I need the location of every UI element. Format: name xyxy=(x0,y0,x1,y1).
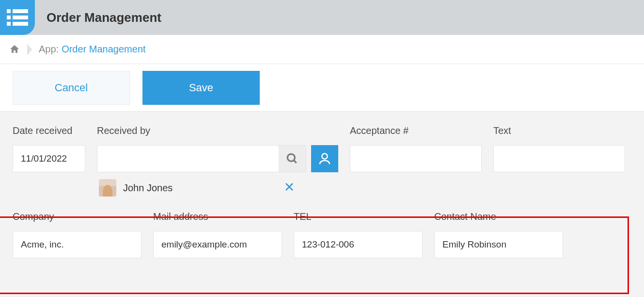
remove-user-button[interactable] xyxy=(282,182,297,194)
svg-line-7 xyxy=(294,160,296,163)
avatar xyxy=(99,179,116,197)
svg-rect-5 xyxy=(13,22,28,26)
form-area: Date received Received by xyxy=(0,112,644,297)
search-icon xyxy=(286,152,298,165)
user-picker-button[interactable] xyxy=(311,145,338,172)
svg-rect-3 xyxy=(13,16,28,19)
app-header: Order Management xyxy=(0,0,644,35)
received-by-search-button[interactable] xyxy=(279,146,306,172)
acceptance-label: Acceptance # xyxy=(350,125,482,136)
text-input[interactable] xyxy=(493,145,625,172)
company-input[interactable] xyxy=(13,231,141,258)
company-label: Company xyxy=(13,211,141,222)
breadcrumb-app-label: App: xyxy=(39,44,59,55)
date-received-label: Date received xyxy=(13,125,85,136)
mail-label: Mail address xyxy=(153,211,282,222)
selected-user-name: John Jones xyxy=(123,182,282,194)
text-label: Text xyxy=(493,125,625,136)
breadcrumb-chevron-icon xyxy=(27,44,32,55)
svg-rect-1 xyxy=(13,9,28,13)
acceptance-input[interactable] xyxy=(350,145,482,172)
svg-rect-4 xyxy=(7,22,11,26)
cancel-button[interactable]: Cancel xyxy=(13,71,130,105)
contact-input[interactable] xyxy=(434,231,563,258)
svg-rect-2 xyxy=(7,16,11,19)
mail-input[interactable] xyxy=(153,231,282,258)
user-icon xyxy=(317,151,332,166)
save-button[interactable]: Save xyxy=(142,71,260,105)
app-logo-icon xyxy=(0,0,35,35)
app-title: Order Management xyxy=(47,10,161,25)
selected-user-chip: John Jones xyxy=(97,177,300,198)
contact-label: Contact Name xyxy=(434,211,563,222)
received-by-label: Received by xyxy=(97,125,338,136)
svg-point-8 xyxy=(322,153,327,159)
action-toolbar: Cancel Save xyxy=(0,64,644,112)
received-by-input[interactable] xyxy=(97,146,279,172)
breadcrumb-app-link[interactable]: Order Management xyxy=(62,44,145,55)
svg-point-6 xyxy=(287,154,295,161)
received-by-input-box xyxy=(97,145,306,172)
tel-input[interactable] xyxy=(294,231,423,258)
breadcrumb: App: Order Management xyxy=(0,35,644,64)
tel-label: TEL xyxy=(294,211,423,222)
home-icon[interactable] xyxy=(9,44,20,55)
date-received-input[interactable] xyxy=(13,145,85,172)
close-icon xyxy=(285,182,294,191)
svg-rect-0 xyxy=(7,9,11,13)
